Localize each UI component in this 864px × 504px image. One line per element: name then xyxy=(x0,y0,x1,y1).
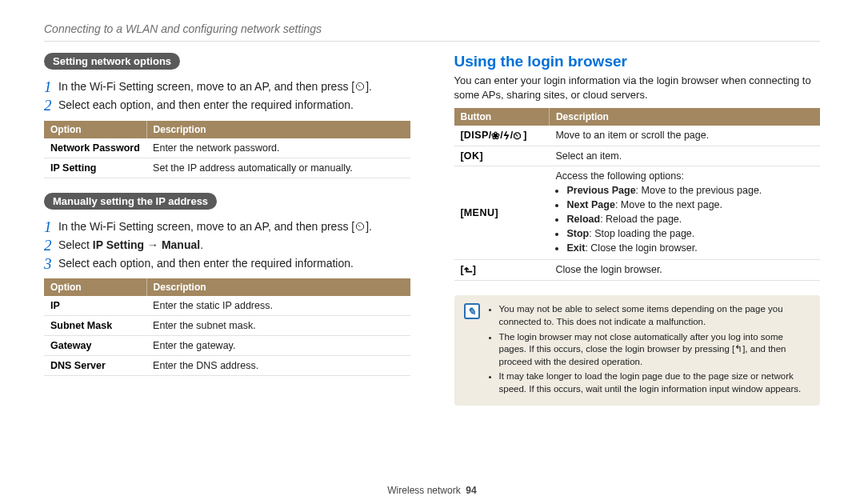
page-number: 94 xyxy=(466,485,476,496)
note-box: ✎ You may not be able to select some ite… xyxy=(454,295,821,406)
note-item: The login browser may not close automati… xyxy=(499,331,811,369)
left-column: Setting network options 1 In the Wi-Fi S… xyxy=(44,53,410,475)
table-row: GatewayEnter the gateway. xyxy=(44,336,410,356)
manual-page: Connecting to a WLAN and configuring net… xyxy=(0,0,864,504)
breadcrumb: Connecting to a WLAN and configuring net… xyxy=(44,22,820,35)
step-number: 1 xyxy=(44,79,58,94)
options-table: Option Description Network PasswordEnter… xyxy=(44,121,410,178)
note-icon: ✎ xyxy=(464,303,480,319)
col-header-description: Description xyxy=(146,121,410,138)
table-row: [DISP/❀/ϟ/] Move to an item or scroll th… xyxy=(454,126,821,146)
table-row: [] Close the login browser. xyxy=(454,260,821,281)
timer-icon xyxy=(513,130,523,142)
menu-options-list: Previous Page: Move to the previous page… xyxy=(555,184,814,254)
button-ok: [OK] xyxy=(454,146,550,166)
step: 2 Select each option, and then enter the… xyxy=(44,96,410,113)
step-number: 1 xyxy=(44,219,58,234)
note-item: It may take longer to load the login pag… xyxy=(499,370,811,395)
step-text: In the Wi-Fi Setting screen, move to an … xyxy=(58,219,410,234)
col-header-option: Option xyxy=(44,278,146,296)
flash-icon: ϟ xyxy=(502,130,512,142)
step-number: 2 xyxy=(44,98,58,113)
section-pill: Setting network options xyxy=(44,53,180,70)
list-item: Reload: Reload the page. xyxy=(566,213,814,226)
table-row: Network PasswordEnter the network passwo… xyxy=(44,138,410,158)
table-row: Subnet MaskEnter the subnet mask. xyxy=(44,316,410,336)
table-row: [MENU] Access the following options: Pre… xyxy=(454,166,821,260)
return-icon xyxy=(464,264,473,276)
step: 1 In the Wi-Fi Setting screen, move to a… xyxy=(44,78,410,94)
button-menu: [MENU] xyxy=(454,166,550,260)
steps-list: 1 In the Wi-Fi Setting screen, move to a… xyxy=(44,78,410,113)
table-row: IPEnter the static IP address. xyxy=(44,296,410,316)
col-header-description: Description xyxy=(549,108,820,126)
table-row: DNS ServerEnter the DNS address. xyxy=(44,356,410,376)
note-item: You may not be able to select some items… xyxy=(499,303,811,328)
button-disp-combo: [DISP/❀/ϟ/] xyxy=(454,126,550,146)
footer-label: Wireless network xyxy=(387,485,460,496)
col-header-button: Button xyxy=(454,108,550,126)
step: 1 In the Wi-Fi Setting screen, move to a… xyxy=(44,218,410,234)
section-heading: Using the login browser xyxy=(454,53,821,70)
table-row: [OK] Select an item. xyxy=(454,146,821,166)
ip-table: Option Description IPEnter the static IP… xyxy=(44,278,410,376)
list-item: Previous Page: Move to the previous page… xyxy=(566,184,814,198)
table-row: IP SettingSet the IP address automatical… xyxy=(44,158,410,178)
section-intro: You can enter your login information via… xyxy=(454,74,821,102)
section-pill: Manually setting the IP address xyxy=(44,193,217,210)
step-text: Select each option, and then enter the r… xyxy=(58,256,410,271)
step-text: In the Wi-Fi Setting screen, move to an … xyxy=(58,79,410,94)
step-number: 2 xyxy=(44,238,58,253)
buttons-table: Button Description [DISP/❀/ϟ/] Move to a… xyxy=(454,108,821,281)
steps-list: 1 In the Wi-Fi Setting screen, move to a… xyxy=(44,218,410,271)
list-item: Exit: Close the login browser. xyxy=(566,242,814,255)
note-list: You may not be able to select some items… xyxy=(488,303,811,398)
step: 3 Select each option, and then enter the… xyxy=(44,254,410,271)
right-column: Using the login browser You can enter yo… xyxy=(454,53,821,475)
col-header-option: Option xyxy=(44,121,146,138)
step-number: 3 xyxy=(44,256,58,271)
step: 2 Select IP Setting → Manual. xyxy=(44,236,410,253)
button-back: [] xyxy=(454,260,550,281)
page-footer: Wireless network 94 xyxy=(44,475,820,496)
list-item: Next Page: Move to the next page. xyxy=(566,198,814,212)
list-item: Stop: Stop loading the page. xyxy=(566,227,814,241)
macro-icon: ❀ xyxy=(491,130,500,142)
divider xyxy=(44,41,820,42)
col-header-description: Description xyxy=(146,278,410,296)
step-text: Select IP Setting → Manual. xyxy=(58,238,410,253)
step-text: Select each option, and then enter the r… xyxy=(58,98,410,113)
